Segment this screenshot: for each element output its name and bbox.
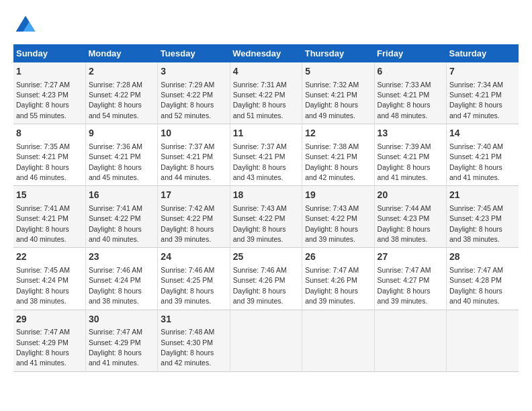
day-info: Sunrise: 7:46 AMSunset: 4:26 PMDaylight:… bbox=[233, 266, 287, 305]
day-info: Sunrise: 7:35 AMSunset: 4:21 PMDaylight:… bbox=[16, 142, 70, 181]
calendar-cell bbox=[302, 310, 374, 371]
day-number: 9 bbox=[89, 127, 154, 140]
calendar-cell: 31Sunrise: 7:48 AMSunset: 4:30 PMDayligh… bbox=[158, 310, 230, 371]
day-info: Sunrise: 7:29 AMSunset: 4:22 PMDaylight:… bbox=[161, 81, 214, 120]
day-info: Sunrise: 7:28 AMSunset: 4:22 PMDaylight:… bbox=[89, 81, 142, 120]
day-info: Sunrise: 7:40 AMSunset: 4:21 PMDaylight:… bbox=[449, 142, 503, 181]
day-number: 10 bbox=[161, 127, 226, 140]
calendar-cell: 1Sunrise: 7:27 AMSunset: 4:23 PMDaylight… bbox=[13, 62, 85, 124]
day-info: Sunrise: 7:37 AMSunset: 4:21 PMDaylight:… bbox=[233, 142, 287, 181]
weekday-header: Monday bbox=[85, 44, 157, 62]
calendar-cell: 24Sunrise: 7:46 AMSunset: 4:25 PMDayligh… bbox=[158, 248, 230, 310]
day-number: 24 bbox=[161, 250, 226, 264]
calendar-cell: 2Sunrise: 7:28 AMSunset: 4:22 PMDaylight… bbox=[85, 62, 157, 124]
day-info: Sunrise: 7:31 AMSunset: 4:22 PMDaylight:… bbox=[233, 81, 287, 120]
day-info: Sunrise: 7:47 AMSunset: 4:28 PMDaylight:… bbox=[449, 266, 503, 305]
day-number: 14 bbox=[449, 127, 516, 140]
day-number: 21 bbox=[449, 189, 516, 202]
day-info: Sunrise: 7:43 AMSunset: 4:22 PMDaylight:… bbox=[233, 204, 287, 243]
page-header bbox=[13, 13, 519, 38]
day-info: Sunrise: 7:48 AMSunset: 4:30 PMDaylight:… bbox=[161, 328, 214, 367]
calendar-cell: 12Sunrise: 7:38 AMSunset: 4:21 PMDayligh… bbox=[302, 124, 374, 186]
day-info: Sunrise: 7:47 AMSunset: 4:29 PMDaylight:… bbox=[89, 328, 142, 367]
calendar-cell: 17Sunrise: 7:42 AMSunset: 4:22 PMDayligh… bbox=[158, 186, 230, 248]
day-info: Sunrise: 7:46 AMSunset: 4:25 PMDaylight:… bbox=[161, 266, 214, 305]
calendar-cell: 7Sunrise: 7:34 AMSunset: 4:21 PMDaylight… bbox=[447, 62, 519, 124]
calendar-cell: 29Sunrise: 7:47 AMSunset: 4:29 PMDayligh… bbox=[13, 310, 85, 371]
day-number: 16 bbox=[89, 189, 154, 202]
calendar-cell: 26Sunrise: 7:47 AMSunset: 4:26 PMDayligh… bbox=[302, 248, 374, 310]
calendar-cell: 14Sunrise: 7:40 AMSunset: 4:21 PMDayligh… bbox=[447, 124, 519, 186]
calendar-cell: 23Sunrise: 7:46 AMSunset: 4:24 PMDayligh… bbox=[85, 248, 157, 310]
weekday-header: Wednesday bbox=[230, 44, 302, 62]
day-number: 7 bbox=[449, 65, 516, 79]
calendar-table: SundayMondayTuesdayWednesdayThursdayFrid… bbox=[13, 44, 519, 372]
day-info: Sunrise: 7:41 AMSunset: 4:22 PMDaylight:… bbox=[89, 204, 142, 243]
calendar-cell: 21Sunrise: 7:45 AMSunset: 4:23 PMDayligh… bbox=[447, 186, 519, 248]
day-info: Sunrise: 7:39 AMSunset: 4:21 PMDaylight:… bbox=[378, 142, 431, 181]
calendar-cell: 10Sunrise: 7:37 AMSunset: 4:21 PMDayligh… bbox=[158, 124, 230, 186]
day-number: 26 bbox=[305, 250, 371, 264]
calendar-cell: 28Sunrise: 7:47 AMSunset: 4:28 PMDayligh… bbox=[447, 248, 519, 310]
calendar-week-row: 15Sunrise: 7:41 AMSunset: 4:21 PMDayligh… bbox=[13, 186, 519, 248]
calendar-cell: 6Sunrise: 7:33 AMSunset: 4:21 PMDaylight… bbox=[374, 62, 446, 124]
calendar-cell: 19Sunrise: 7:43 AMSunset: 4:22 PMDayligh… bbox=[302, 186, 374, 248]
calendar-week-row: 8Sunrise: 7:35 AMSunset: 4:21 PMDaylight… bbox=[13, 124, 519, 186]
calendar-cell: 4Sunrise: 7:31 AMSunset: 4:22 PMDaylight… bbox=[230, 62, 302, 124]
day-number: 30 bbox=[89, 313, 154, 326]
day-number: 31 bbox=[161, 313, 226, 326]
calendar-cell: 20Sunrise: 7:44 AMSunset: 4:23 PMDayligh… bbox=[374, 186, 446, 248]
day-number: 5 bbox=[305, 65, 371, 79]
logo-icon bbox=[13, 13, 38, 38]
weekday-header: Tuesday bbox=[158, 44, 230, 62]
day-number: 3 bbox=[161, 65, 226, 79]
logo bbox=[13, 13, 42, 38]
day-info: Sunrise: 7:43 AMSunset: 4:22 PMDaylight:… bbox=[305, 204, 359, 243]
day-number: 28 bbox=[449, 250, 516, 264]
day-info: Sunrise: 7:36 AMSunset: 4:21 PMDaylight:… bbox=[89, 142, 142, 181]
day-number: 20 bbox=[378, 189, 443, 202]
day-info: Sunrise: 7:33 AMSunset: 4:21 PMDaylight:… bbox=[378, 81, 431, 120]
day-info: Sunrise: 7:45 AMSunset: 4:23 PMDaylight:… bbox=[449, 204, 503, 243]
day-info: Sunrise: 7:45 AMSunset: 4:24 PMDaylight:… bbox=[16, 266, 70, 305]
calendar-cell bbox=[374, 310, 446, 371]
calendar-week-row: 22Sunrise: 7:45 AMSunset: 4:24 PMDayligh… bbox=[13, 248, 519, 310]
calendar-cell: 5Sunrise: 7:32 AMSunset: 4:21 PMDaylight… bbox=[302, 62, 374, 124]
calendar-cell bbox=[447, 310, 519, 371]
day-number: 6 bbox=[378, 65, 443, 79]
day-number: 8 bbox=[16, 127, 83, 140]
day-info: Sunrise: 7:44 AMSunset: 4:23 PMDaylight:… bbox=[378, 204, 431, 243]
calendar-week-row: 29Sunrise: 7:47 AMSunset: 4:29 PMDayligh… bbox=[13, 310, 519, 371]
day-number: 19 bbox=[305, 189, 371, 202]
calendar-cell: 13Sunrise: 7:39 AMSunset: 4:21 PMDayligh… bbox=[374, 124, 446, 186]
calendar-cell: 9Sunrise: 7:36 AMSunset: 4:21 PMDaylight… bbox=[85, 124, 157, 186]
day-number: 29 bbox=[16, 313, 83, 326]
day-number: 4 bbox=[233, 65, 299, 79]
calendar-cell: 15Sunrise: 7:41 AMSunset: 4:21 PMDayligh… bbox=[13, 186, 85, 248]
day-number: 13 bbox=[378, 127, 443, 140]
day-info: Sunrise: 7:41 AMSunset: 4:21 PMDaylight:… bbox=[16, 204, 70, 243]
day-info: Sunrise: 7:46 AMSunset: 4:24 PMDaylight:… bbox=[89, 266, 142, 305]
calendar-cell: 30Sunrise: 7:47 AMSunset: 4:29 PMDayligh… bbox=[85, 310, 157, 371]
calendar-cell: 8Sunrise: 7:35 AMSunset: 4:21 PMDaylight… bbox=[13, 124, 85, 186]
calendar-cell: 22Sunrise: 7:45 AMSunset: 4:24 PMDayligh… bbox=[13, 248, 85, 310]
day-number: 12 bbox=[305, 127, 371, 140]
day-number: 23 bbox=[89, 250, 154, 264]
day-number: 17 bbox=[161, 189, 226, 202]
day-info: Sunrise: 7:32 AMSunset: 4:21 PMDaylight:… bbox=[305, 81, 359, 120]
calendar-cell: 11Sunrise: 7:37 AMSunset: 4:21 PMDayligh… bbox=[230, 124, 302, 186]
calendar-cell: 27Sunrise: 7:47 AMSunset: 4:27 PMDayligh… bbox=[374, 248, 446, 310]
day-number: 2 bbox=[89, 65, 154, 79]
weekday-header: Friday bbox=[374, 44, 446, 62]
calendar-cell: 16Sunrise: 7:41 AMSunset: 4:22 PMDayligh… bbox=[85, 186, 157, 248]
day-number: 25 bbox=[233, 250, 299, 264]
weekday-header-row: SundayMondayTuesdayWednesdayThursdayFrid… bbox=[13, 44, 519, 62]
calendar-week-row: 1Sunrise: 7:27 AMSunset: 4:23 PMDaylight… bbox=[13, 62, 519, 124]
weekday-header: Thursday bbox=[302, 44, 374, 62]
calendar-cell: 3Sunrise: 7:29 AMSunset: 4:22 PMDaylight… bbox=[158, 62, 230, 124]
day-info: Sunrise: 7:47 AMSunset: 4:27 PMDaylight:… bbox=[378, 266, 431, 305]
day-info: Sunrise: 7:38 AMSunset: 4:21 PMDaylight:… bbox=[305, 142, 359, 181]
day-number: 27 bbox=[378, 250, 443, 264]
calendar-cell: 18Sunrise: 7:43 AMSunset: 4:22 PMDayligh… bbox=[230, 186, 302, 248]
weekday-header: Saturday bbox=[447, 44, 519, 62]
